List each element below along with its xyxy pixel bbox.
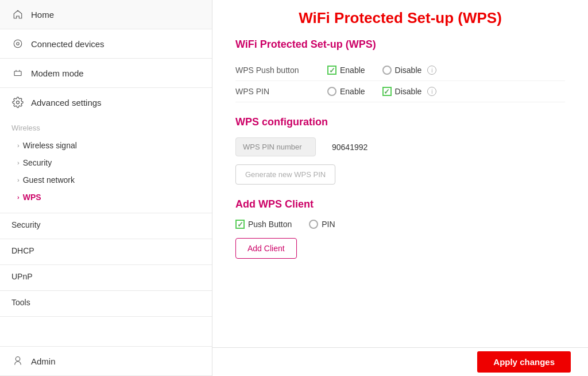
chevron-icon: › <box>17 159 20 166</box>
sidebar-item-advanced-settings-label: Advanced settings <box>31 98 102 108</box>
add-wps-client-section: Add WPS Client ✓ Push Button PIN Add Cli… <box>235 198 565 259</box>
dhcp-section-title[interactable]: DHCP <box>11 246 200 258</box>
wireless-section: Wireless › Wireless signal › Security › … <box>0 117 212 213</box>
wps-push-button-row: WPS Push button ✓ Enable Disable i <box>235 60 565 81</box>
page-title: WiFi Protected Set-up (WPS) <box>230 9 571 27</box>
wps-push-button-options: ✓ Enable Disable i <box>327 66 436 75</box>
apply-changes-button[interactable]: Apply changes <box>477 351 571 373</box>
enable-label-pin: Enable <box>340 87 365 96</box>
sidebar-item-admin-label: Admin <box>31 356 56 366</box>
sidebar-item-home[interactable]: Home <box>0 0 212 29</box>
sidebar-item-modem-mode[interactable]: Modem mode <box>0 59 212 88</box>
sidebar: Home Connected devices Modem mode Advanc… <box>0 0 212 376</box>
wps-pin-label: WPS PIN <box>235 87 327 96</box>
wps-pin-disable[interactable]: ✓ Disable i <box>382 87 437 96</box>
enable-label: Enable <box>340 66 365 75</box>
main-header: WiFi Protected Set-up (WPS) <box>212 0 588 33</box>
add-client-push-button-option[interactable]: ✓ Push Button <box>235 220 292 229</box>
add-client-pin-option[interactable]: PIN <box>309 220 335 229</box>
wps-pin-row: WPS PIN Enable ✓ Disable i <box>235 81 565 102</box>
settings-icon <box>11 96 24 109</box>
admin-icon <box>11 355 24 367</box>
sidebar-subitem-wireless-signal[interactable]: › Wireless signal <box>11 137 200 154</box>
devices-icon <box>11 37 24 50</box>
info-icon-push[interactable]: i <box>427 66 436 75</box>
home-icon <box>11 8 24 21</box>
wps-push-button-enable[interactable]: ✓ Enable <box>327 66 365 75</box>
chevron-icon: › <box>17 142 20 149</box>
footer-bar: Apply changes <box>212 347 588 376</box>
wps-pin-enable[interactable]: Enable <box>327 87 365 96</box>
pin-option-label: PIN <box>322 220 335 229</box>
wps-pin-number-label: WPS PIN number <box>235 137 316 156</box>
disable-label-pin: Disable <box>395 87 422 96</box>
sidebar-item-connected-devices[interactable]: Connected devices <box>0 29 212 59</box>
wps-config-heading: WPS configuration <box>235 116 565 128</box>
security-section-title[interactable]: Security <box>11 220 200 232</box>
sidebar-item-modem-mode-label: Modem mode <box>31 68 84 78</box>
wps-push-button-label: WPS Push button <box>235 66 327 75</box>
push-button-label: Push Button <box>248 220 292 229</box>
chevron-icon-active: › <box>17 194 20 201</box>
push-button-checkbox[interactable]: ✓ <box>235 220 245 229</box>
sidebar-subitem-security[interactable]: › Security <box>11 154 200 171</box>
wps-push-button-disable-radio[interactable] <box>382 66 392 75</box>
sidebar-item-connected-devices-label: Connected devices <box>31 39 105 49</box>
chevron-icon: › <box>17 177 20 183</box>
content-body: WiFi Protected Set-up (WPS) WPS Push but… <box>212 33 588 376</box>
wps-config-section: WPS configuration WPS PIN number 9064199… <box>235 116 565 185</box>
wps-pin-options: Enable ✓ Disable i <box>327 87 436 96</box>
wps-pin-enable-radio[interactable] <box>327 87 336 96</box>
svg-point-0 <box>14 40 22 48</box>
sidebar-item-admin[interactable]: Admin <box>0 346 212 376</box>
wps-section-heading: WiFi Protected Set-up (WPS) <box>235 39 565 51</box>
dhcp-section-group: DHCP <box>0 239 212 265</box>
svg-rect-2 <box>14 71 21 76</box>
sidebar-item-home-label: Home <box>31 10 54 20</box>
upnp-section-title[interactable]: UPnP <box>11 272 200 283</box>
tools-section-title[interactable]: Tools <box>11 298 200 309</box>
add-client-options: ✓ Push Button PIN <box>235 220 565 229</box>
wps-push-button-disable[interactable]: Disable i <box>382 66 437 75</box>
disable-label: Disable <box>395 66 422 75</box>
tools-section-group: Tools <box>0 291 212 317</box>
sidebar-subitem-guest-network[interactable]: › Guest network <box>11 171 200 189</box>
generate-wps-pin-button[interactable]: Generate new WPS PIN <box>235 164 335 185</box>
pin-radio[interactable] <box>309 220 318 229</box>
sidebar-item-advanced-settings[interactable]: Advanced settings <box>0 88 212 117</box>
info-icon-pin[interactable]: i <box>427 87 436 96</box>
svg-point-1 <box>17 43 20 45</box>
wps-pin-disable-checkbox[interactable]: ✓ <box>382 87 392 96</box>
modem-icon <box>11 67 24 79</box>
wps-pin-number-value: 90641992 <box>332 143 368 152</box>
add-wps-client-heading: Add WPS Client <box>235 198 565 210</box>
wps-pin-number-row: WPS PIN number 90641992 <box>235 137 565 156</box>
wireless-section-title: Wireless <box>11 124 200 132</box>
sidebar-subitem-wps[interactable]: › WPS <box>11 189 200 206</box>
security-section-group: Security <box>0 213 212 239</box>
wps-push-button-enable-checkbox[interactable]: ✓ <box>327 66 336 75</box>
main-content: WiFi Protected Set-up (WPS) WiFi Protect… <box>212 0 588 376</box>
add-client-button[interactable]: Add Client <box>235 238 297 259</box>
upnp-section-group: UPnP <box>0 265 212 291</box>
